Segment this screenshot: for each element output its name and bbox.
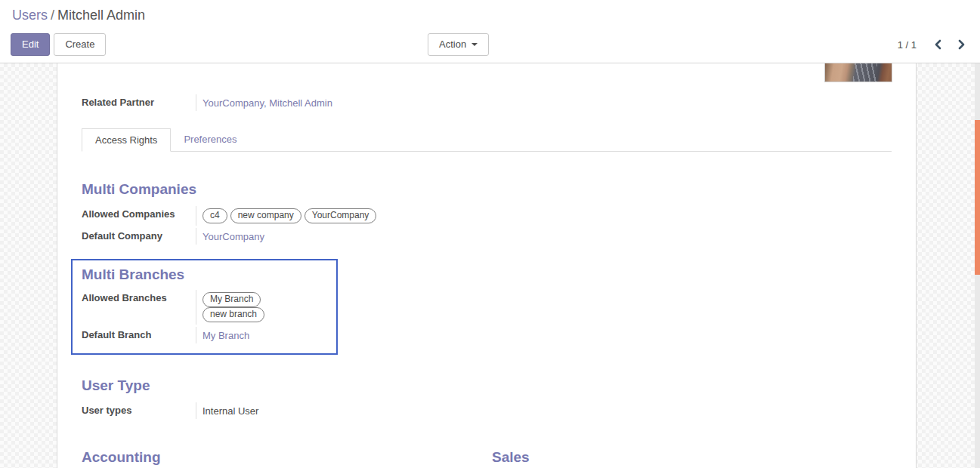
default-branch-value-cell: My Branch xyxy=(196,327,257,343)
sales-title: Sales xyxy=(492,449,892,466)
related-partner-row: Related Partner YourCompany, Mitchell Ad… xyxy=(82,94,505,111)
default-branch-row: Default Branch My Branch xyxy=(82,327,327,343)
default-branch-label: Default Branch xyxy=(82,327,196,343)
breadcrumb-separator: / xyxy=(48,8,57,23)
default-company-row: Default Company YourCompany xyxy=(82,228,505,245)
default-company-value-cell: YourCompany xyxy=(196,228,272,245)
allowed-branches-label: Allowed Branches xyxy=(82,290,196,325)
section-user-type: User Type User types Internal User xyxy=(82,377,505,419)
create-button[interactable]: Create xyxy=(54,33,106,56)
branch-tag: new branch xyxy=(202,307,264,322)
allowed-companies-label: Allowed Companies xyxy=(82,206,196,226)
default-company-link[interactable]: YourCompany xyxy=(202,231,264,242)
allowed-branches-tags: My Branch new branch xyxy=(196,290,327,325)
section-group-accounting-sales: Accounting Invoicing Billing Administrat… xyxy=(82,449,892,468)
user-type-title: User Type xyxy=(82,377,505,394)
user-types-value: Internal User xyxy=(196,402,266,419)
section-multi-companies: Multi Companies Allowed Companies c4 new… xyxy=(82,181,505,245)
scrollbar-thumb[interactable] xyxy=(975,120,980,275)
company-tag: YourCompany xyxy=(305,208,377,223)
default-branch-link[interactable]: My Branch xyxy=(202,330,249,341)
notebook-tabs: Access Rights Preferences xyxy=(82,128,892,152)
allowed-companies-row: Allowed Companies c4 new company YourCom… xyxy=(82,206,505,226)
edit-button[interactable]: Edit xyxy=(11,33,50,56)
pager: 1 / 1 xyxy=(898,33,966,56)
related-partner-link[interactable]: YourCompany, Mitchell Admin xyxy=(202,97,332,109)
related-partner-label: Related Partner xyxy=(82,94,196,111)
form-sheet: Related Partner YourCompany, Mitchell Ad… xyxy=(57,63,917,468)
action-label: Action xyxy=(439,38,466,50)
company-tag: new company xyxy=(230,208,301,223)
section-sales: Sales Sales Administrator xyxy=(492,449,892,468)
accounting-title: Accounting xyxy=(82,449,492,466)
multi-branches-title: Multi Branches xyxy=(82,266,327,283)
section-accounting: Accounting Invoicing Billing Administrat… xyxy=(82,449,492,468)
chevron-left-icon[interactable] xyxy=(933,39,944,50)
user-avatar-image xyxy=(824,63,892,82)
tab-preferences[interactable]: Preferences xyxy=(171,128,249,151)
pager-counter: 1 / 1 xyxy=(898,39,917,51)
breadcrumb-current: Mitchell Admin xyxy=(57,8,145,23)
tab-access-rights[interactable]: Access Rights xyxy=(82,128,171,152)
branch-tag: My Branch xyxy=(202,292,261,307)
pager-nav xyxy=(933,39,966,50)
action-menu: Action xyxy=(428,33,489,56)
toolbar-buttons: Edit Create xyxy=(11,33,106,56)
multi-companies-title: Multi Companies xyxy=(82,181,505,198)
user-types-label: User types xyxy=(82,402,196,419)
default-company-label: Default Company xyxy=(82,228,196,245)
chevron-right-icon[interactable] xyxy=(956,39,966,50)
allowed-branches-row: Allowed Branches My Branch new branch xyxy=(82,290,327,325)
company-tag: c4 xyxy=(202,208,227,223)
action-dropdown-button[interactable]: Action xyxy=(428,33,489,56)
user-types-row: User types Internal User xyxy=(82,402,505,419)
section-multi-branches-highlighted: Multi Branches Allowed Branches My Branc… xyxy=(71,259,338,355)
breadcrumb-users-link[interactable]: Users xyxy=(12,8,48,23)
form-view-background: Related Partner YourCompany, Mitchell Ad… xyxy=(0,63,980,468)
caret-down-icon xyxy=(471,43,478,46)
allowed-companies-tags: c4 new company YourCompany xyxy=(196,206,387,226)
control-panel: Users/Mitchell Admin Edit Create Action … xyxy=(0,0,980,63)
breadcrumb: Users/Mitchell Admin xyxy=(0,0,980,23)
related-partner-value-cell: YourCompany, Mitchell Admin xyxy=(196,94,340,111)
scrollbar-track[interactable] xyxy=(975,63,980,468)
